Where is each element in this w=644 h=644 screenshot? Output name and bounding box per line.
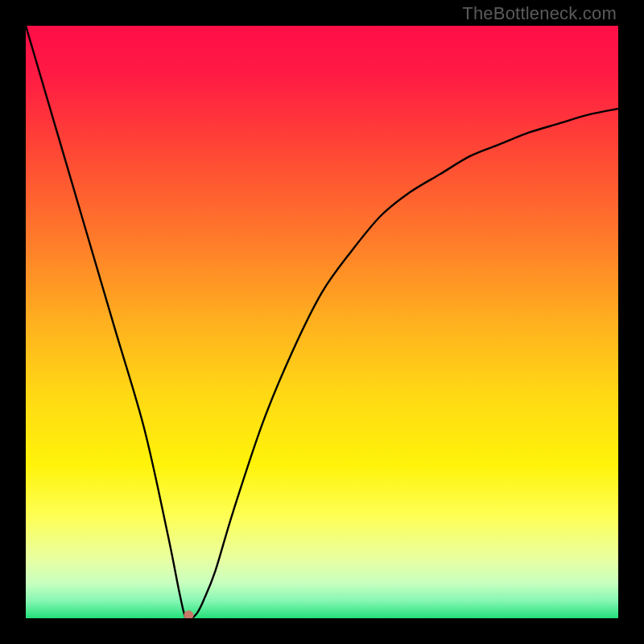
watermark-text: TheBottleneck.com bbox=[462, 3, 617, 24]
gradient-background bbox=[26, 26, 618, 618]
chart-svg bbox=[26, 26, 618, 618]
plot-area bbox=[26, 26, 618, 618]
